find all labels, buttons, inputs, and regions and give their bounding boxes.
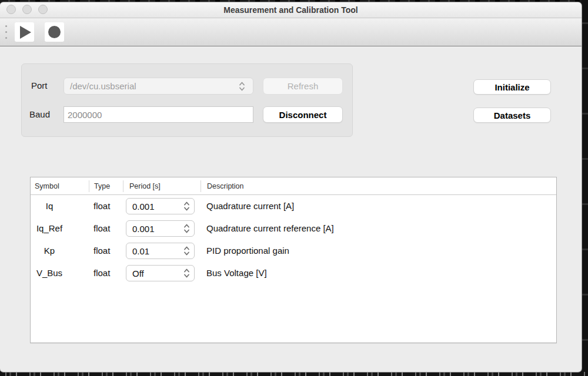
period-value: 0.001 xyxy=(126,202,155,212)
description-cell: Quadrature current reference [A] xyxy=(206,217,334,240)
stepper-arrows-icon xyxy=(183,224,190,234)
symbol-cell: Kp xyxy=(31,240,68,262)
stepper-arrows-icon xyxy=(183,202,190,212)
port-select[interactable]: /dev/cu.usbserial xyxy=(64,78,253,95)
zoom-button[interactable] xyxy=(38,5,48,14)
baud-input[interactable] xyxy=(64,106,253,123)
column-header-period: Period [s] xyxy=(123,180,201,192)
refresh-button[interactable]: Refresh xyxy=(263,78,343,95)
type-cell: float xyxy=(93,240,110,262)
description-cell: PID proportional gain xyxy=(206,240,289,262)
connection-panel: Port /dev/cu.usbserial Refresh Baud Disc… xyxy=(21,63,353,137)
minimize-button[interactable] xyxy=(22,5,32,14)
start-measurement-button[interactable] xyxy=(15,22,34,42)
record-icon xyxy=(48,26,61,38)
window-title: Measurement and Calibration Tool xyxy=(0,2,582,18)
stepper-arrows-icon xyxy=(239,81,245,91)
description-cell: Quadrature current [A] xyxy=(206,195,294,217)
initialize-button[interactable]: Initialize xyxy=(473,79,551,95)
symbol-cell: V_Bus xyxy=(31,262,68,284)
stepper-arrows-icon xyxy=(183,246,190,256)
close-button[interactable] xyxy=(6,5,16,14)
column-header-type: Type xyxy=(89,180,123,192)
symbol-cell: Iq xyxy=(31,195,68,217)
background-window-sliver-right xyxy=(582,0,588,376)
port-selected-value: /dev/cu.usbserial xyxy=(64,81,136,91)
disconnect-button[interactable]: Disconnect xyxy=(263,106,343,123)
background-window-sliver-bottom xyxy=(0,372,588,376)
symbol-table: Symbol Type Period [s] Description Iq fl… xyxy=(30,177,557,343)
stepper-arrows-icon xyxy=(183,268,190,278)
table-header: Symbol Type Period [s] Description xyxy=(31,177,556,195)
period-combobox[interactable]: 0.001 xyxy=(126,220,195,237)
record-button[interactable] xyxy=(45,22,64,42)
period-combobox[interactable]: 0.001 xyxy=(126,198,195,214)
table-row: Iq float 0.001 Quadrature current [A] xyxy=(31,195,556,217)
symbol-cell: Iq_Ref xyxy=(31,217,68,240)
type-cell: float xyxy=(93,195,110,217)
table-row: V_Bus float Off Bus Voltage [V] xyxy=(31,262,556,284)
toolbar-drag-handle[interactable] xyxy=(5,25,7,39)
toolbar xyxy=(0,18,582,46)
type-cell: float xyxy=(93,217,110,240)
play-icon xyxy=(20,26,31,39)
port-label: Port xyxy=(31,80,48,90)
title-bar: Measurement and Calibration Tool xyxy=(0,2,582,18)
table-row: Kp float 0.01 PID proportional gain xyxy=(31,240,556,262)
baud-label: Baud xyxy=(29,109,50,119)
column-header-symbol: Symbol xyxy=(31,180,89,192)
datasets-button[interactable]: Datasets xyxy=(473,108,551,123)
table-row: Iq_Ref float 0.001 Quadrature current re… xyxy=(31,217,556,240)
app-window: Measurement and Calibration Tool Port /d… xyxy=(0,2,582,372)
period-value: 0.001 xyxy=(126,224,155,234)
description-cell: Bus Voltage [V] xyxy=(206,262,267,284)
period-combobox[interactable]: 0.01 xyxy=(126,243,195,259)
period-value: Off xyxy=(126,268,144,278)
period-combobox[interactable]: Off xyxy=(126,265,195,281)
type-cell: float xyxy=(93,262,110,284)
column-header-description: Description xyxy=(201,180,556,192)
period-value: 0.01 xyxy=(126,246,149,256)
